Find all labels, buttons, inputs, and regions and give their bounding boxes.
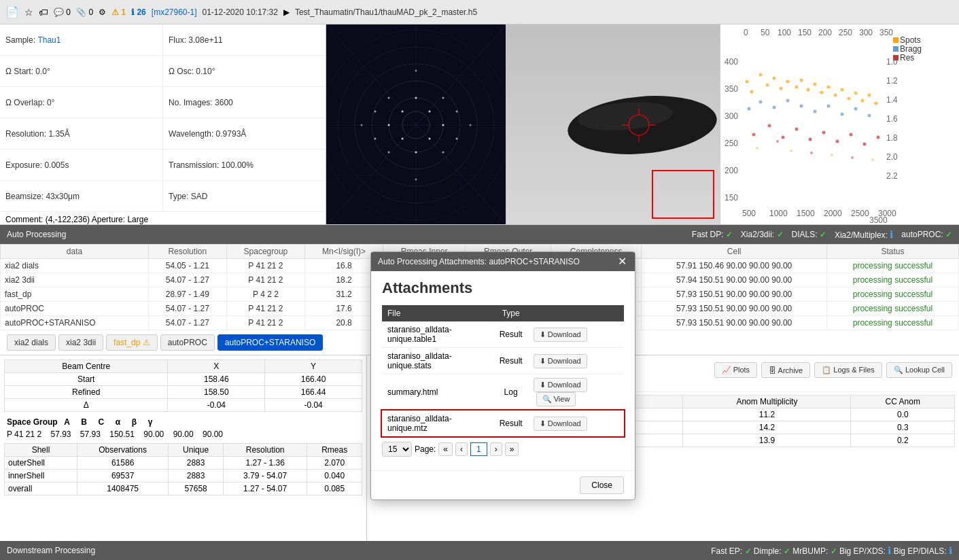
mrbump-status: MrBUMP: ✓ [792, 546, 837, 556]
col-status: Status [826, 245, 958, 259]
beam-row-start: Start158.46166.40 [5, 373, 362, 386]
file-icon: 📄 [5, 5, 19, 18]
star-icon[interactable]: ☆ [24, 7, 33, 18]
svg-point-119 [790, 150, 792, 152]
svg-point-87 [814, 83, 817, 86]
mx-link[interactable]: [mx27960-1] [152, 7, 197, 17]
view-button-3[interactable]: 🔍 View [536, 392, 576, 406]
logs-files-button[interactable]: 📋 Logs & Files [814, 362, 882, 378]
svg-point-93 [854, 92, 858, 95]
attach-row-2: staraniso_alldata-unique.stats Result ⬇ … [382, 348, 624, 374]
tab-autoproc[interactable]: autoPROC [160, 334, 215, 351]
download-button-1[interactable]: ⬇ Download [534, 328, 587, 342]
svg-text:1.6: 1.6 [886, 114, 898, 124]
spacegroup-section: Space Group A B C α β γ P 41 21 2 57.93 … [4, 416, 362, 440]
obs-col: Observations [77, 444, 168, 457]
rmeas-col: Rmeas [307, 444, 362, 457]
modal-header-title: Auto Processing Attachments: autoPROC+ST… [378, 257, 580, 266]
svg-point-18 [388, 124, 390, 126]
modal-close-button[interactable]: ✕ [616, 256, 628, 267]
col-resolution: Resolution [148, 245, 226, 259]
svg-rect-53 [893, 46, 899, 52]
type-cell: Type: SAD [163, 181, 326, 211]
tab-fast-dp[interactable]: fast_dp ⚠ [106, 334, 158, 351]
svg-point-98 [759, 101, 763, 104]
svg-text:150: 150 [798, 28, 812, 37]
first-page-button[interactable]: « [438, 442, 453, 456]
svg-rect-41 [652, 171, 714, 218]
svg-point-14 [415, 97, 417, 99]
svg-point-118 [776, 140, 779, 143]
transmission-cell: Transmission: 100.00% [163, 150, 326, 180]
svg-point-94 [861, 99, 865, 103]
svg-text:Res: Res [900, 53, 914, 63]
svg-text:1.0: 1.0 [886, 57, 898, 67]
big-ep-dials-status: Big EP/DIALS: ℹ [894, 546, 952, 556]
beam-row-refined: Refined158.50166.44 [5, 386, 362, 399]
gear-icon[interactable]: ⚙ [99, 7, 106, 17]
svg-point-112 [822, 131, 826, 135]
svg-text:350: 350 [725, 84, 738, 94]
overall-row: overall1408475576581.27 - 54.070.085 [5, 483, 362, 495]
svg-text:1500: 1500 [797, 209, 815, 218]
download-button-3[interactable]: ⬇ Download [534, 378, 587, 392]
tab-autoproc-staraniso[interactable]: autoPROC+STARANISO [217, 334, 324, 351]
svg-point-121 [831, 154, 833, 156]
tag-icon[interactable]: 🏷 [39, 7, 48, 18]
beam-col-y: Y [265, 360, 362, 373]
attach-type-3: Log [494, 374, 528, 410]
attachment-icon: 📎 0 [76, 7, 93, 17]
svg-point-17 [442, 124, 444, 126]
page-label: Page: [415, 444, 436, 454]
svg-point-90 [834, 94, 837, 97]
lookup-cell-button[interactable]: 🔍 Lookup Cell [886, 362, 952, 378]
svg-point-20 [402, 137, 404, 139]
tab-xia2-3dii[interactable]: xia2 3dii [58, 334, 103, 351]
download-button-2[interactable]: ⬇ Download [534, 354, 587, 368]
svg-point-115 [863, 143, 867, 146]
svg-point-77 [746, 80, 749, 84]
plots-button[interactable]: 📈 Plots [714, 362, 758, 378]
archive-button[interactable]: 🗄 Archive [761, 362, 810, 378]
svg-point-104 [841, 113, 844, 116]
attach-row-3: summary.html Log ⬇ Download 🔍 View [382, 374, 624, 410]
tab-xia2-dials[interactable]: xia2 dials [7, 334, 56, 351]
flux-cell: Flux: 3.08e+11 [163, 24, 326, 55]
svg-point-105 [854, 107, 858, 111]
attachments-modal: Auto Processing Attachments: autoPROC+ST… [370, 251, 635, 500]
unique-col: Unique [169, 444, 224, 457]
crystal-image [506, 24, 720, 224]
page-size-select[interactable]: 15 25 50 [382, 442, 412, 457]
modal-close-footer-button[interactable]: Close [580, 476, 624, 494]
attachments-table: File Type staraniso_alldata-unique.table… [382, 305, 624, 436]
svg-point-21 [415, 151, 417, 153]
current-page: 1 [470, 442, 487, 456]
fast-dp-status: Fast DP: ✓ [692, 230, 733, 239]
shell-col: Shell [5, 444, 77, 457]
svg-text:100: 100 [778, 28, 791, 37]
svg-point-23 [388, 97, 390, 99]
sample-link[interactable]: Thau1 [37, 35, 60, 45]
attach-file-col: File [382, 305, 494, 321]
svg-point-97 [748, 107, 751, 111]
svg-point-108 [768, 124, 771, 128]
svg-text:2.0: 2.0 [886, 152, 898, 162]
sample-cell: Sample: Thau1 [0, 24, 163, 55]
svg-point-28 [442, 151, 444, 153]
svg-point-86 [807, 88, 810, 92]
download-button-4[interactable]: ⬇ Download [534, 417, 587, 431]
auto-processing-bar: Auto Processing Fast DP: ✓ Xia2/3dii: ✓ … [0, 225, 959, 244]
svg-point-16 [402, 110, 404, 112]
cc-anom-col: CC Anom [851, 396, 955, 408]
svg-text:250: 250 [839, 28, 852, 37]
col-cell: Cell [642, 245, 827, 259]
xia2-3dii-status: Xia2/3dii: ✓ [741, 230, 784, 239]
svg-text:1.4: 1.4 [886, 95, 898, 105]
svg-point-19 [429, 137, 431, 139]
svg-point-30 [415, 69, 417, 71]
next-page-button[interactable]: › [490, 442, 502, 456]
svg-point-15 [429, 110, 431, 112]
prev-page-button[interactable]: ‹ [455, 442, 468, 456]
last-page-button[interactable]: » [505, 442, 519, 456]
beam-centre-table: Beam Centre X Y Start158.46166.40 Refine… [4, 360, 362, 412]
